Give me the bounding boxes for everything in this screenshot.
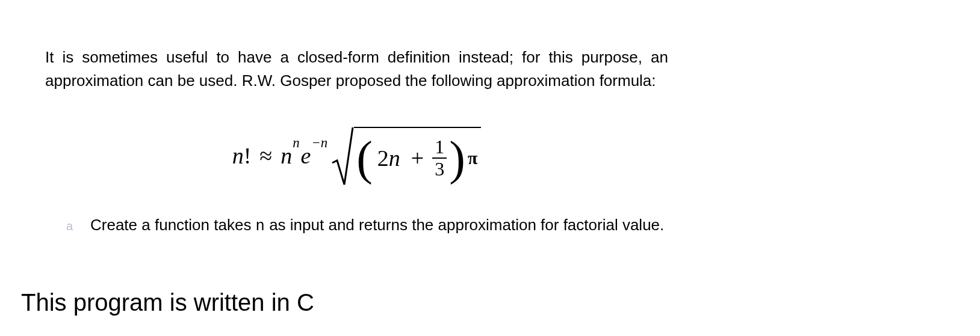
lhs-n: n bbox=[232, 142, 244, 169]
task-suffix: as input and returns the approximation f… bbox=[265, 216, 664, 234]
radicand: ( 2n + 1 3 ) π bbox=[354, 127, 481, 186]
n-base: n bbox=[281, 142, 292, 169]
gosper-formula: n! ≈ nne−n ( 2n + 1 3 ) π bbox=[232, 126, 482, 186]
radical-icon bbox=[331, 126, 354, 186]
formula-container: n! ≈ nne−n ( 2n + 1 3 ) π bbox=[45, 126, 668, 186]
n-exp: n bbox=[293, 135, 299, 151]
plus-sign: + bbox=[411, 145, 424, 171]
task-prefix: Create a function takes bbox=[90, 216, 256, 234]
task-marker: a bbox=[66, 219, 90, 233]
rparen: ) bbox=[449, 134, 465, 182]
frac-num: 1 bbox=[432, 136, 447, 157]
one-third: 1 3 bbox=[432, 136, 447, 180]
task-code-n: n bbox=[256, 218, 265, 235]
task-item: a Create a function takes n as input and… bbox=[45, 216, 692, 235]
two-n: 2n bbox=[377, 145, 400, 171]
language-note: This program is written in C bbox=[21, 289, 935, 316]
pi-symbol: π bbox=[468, 148, 477, 168]
task-text: Create a function takes n as input and r… bbox=[90, 216, 664, 235]
sqrt: ( 2n + 1 3 ) π bbox=[331, 126, 481, 186]
lhs-fact: ! bbox=[244, 142, 252, 169]
intro-paragraph: It is sometimes useful to have a closed-… bbox=[45, 46, 668, 93]
lparen: ( bbox=[356, 134, 373, 182]
document-content: It is sometimes useful to have a closed-… bbox=[0, 0, 980, 316]
approx-sign: ≈ bbox=[259, 142, 272, 169]
e-base: e bbox=[301, 142, 311, 169]
frac-den: 3 bbox=[432, 157, 447, 180]
e-exp: −n bbox=[311, 135, 327, 151]
